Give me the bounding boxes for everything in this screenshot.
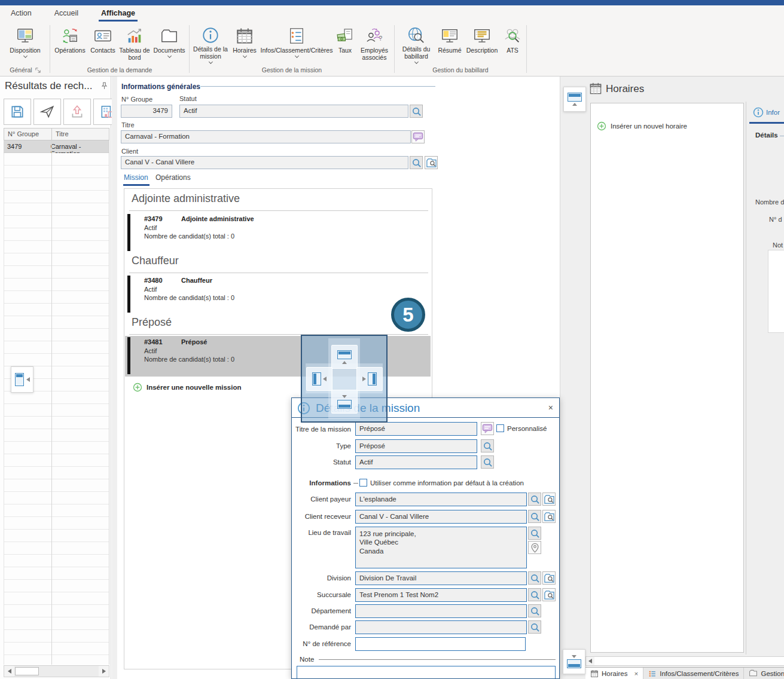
dock-left-edge-target[interactable] [11,366,33,393]
mission-item[interactable]: #3480 Chauffeur Actif Nombre de candidat… [125,274,431,315]
branch-field[interactable]: Test Prenom 1 Test Nom2 [355,588,527,602]
mission-title-field[interactable]: Préposé [355,422,477,436]
group-number-field[interactable]: 3479 [121,105,172,118]
note-field[interactable] [297,666,556,679]
close-icon[interactable]: × [548,403,553,412]
status-lookup-button[interactable] [410,105,423,118]
scroll-right-button[interactable] [99,666,109,677]
note-field[interactable] [768,250,784,333]
close-tab-icon[interactable]: × [634,670,638,677]
rates-button[interactable]: Taux [334,24,356,63]
workplace-map-button[interactable] [528,541,541,554]
client-field[interactable]: Canal V - Canal Villere [121,156,408,169]
division-open-button[interactable] [542,571,556,585]
summary-button[interactable]: Résumé [436,24,463,63]
scrollbar-thumb[interactable] [15,667,39,675]
receiver-lookup-button[interactable] [528,510,541,523]
disposition-button[interactable]: Disposition [2,24,48,63]
dialog-launcher-icon[interactable] [35,68,41,73]
scroll-left-button[interactable] [4,666,14,677]
tab-informations[interactable]: Infor [766,109,780,116]
column-header-group[interactable]: N° Groupe [4,129,52,140]
payer-client-field[interactable]: L'esplanade [355,493,527,506]
ribbon-tab-action[interactable]: Action [8,6,34,22]
tab-horaires[interactable]: Horaires × [585,668,643,679]
description-label: Description [466,47,498,54]
type-field[interactable]: Préposé [355,439,477,453]
search-icon [530,573,540,583]
division-lookup-button[interactable] [528,571,541,585]
dock-bottom-target[interactable] [331,390,358,414]
search-icon [530,494,540,504]
ribbon-tab-accueil[interactable]: Accueil [52,6,81,22]
client-open-button[interactable] [425,156,438,169]
division-field[interactable]: Division De Travail [355,571,527,585]
contacts-button[interactable]: Contacts [88,24,118,63]
description-button[interactable]: Description [463,24,501,63]
infos-criteria-button[interactable]: Infos/Classement/Critères [260,24,334,63]
horizontal-scrollbar[interactable] [4,665,109,677]
department-lookup-button[interactable] [528,604,541,617]
receiver-client-field[interactable]: Canal V - Canal Villere [355,510,527,524]
dock-top-edge-target[interactable] [563,87,586,112]
workplace-field[interactable]: 123 rue principale, Ville Québec Canada [355,527,527,568]
mission-item[interactable]: #3479 Adjointe administrative Actif Nomb… [125,213,431,253]
title-comment-button[interactable] [481,422,494,435]
payer-open-button[interactable] [542,493,556,506]
documents-button[interactable]: Documents [151,24,187,63]
board-details-button[interactable]: Détails du babillard [396,24,436,63]
schedules-button[interactable]: Horaires [230,24,260,63]
payer-lookup-button[interactable] [528,493,541,506]
operations-button[interactable]: Opérations [52,24,88,63]
requested-by-field[interactable] [355,620,527,634]
default-info-checkbox[interactable] [359,479,367,487]
receiver-open-button[interactable] [542,510,556,523]
contacts-label: Contacts [90,47,115,54]
dock-right-target[interactable] [356,367,383,391]
type-lookup-button[interactable] [481,439,494,452]
status-field[interactable]: Actif [355,455,477,469]
insert-schedule-link[interactable]: Insérer un nouvel horaire [597,121,687,131]
mission-status: Actif [144,224,157,231]
title-label: Titre [121,121,135,129]
ats-button[interactable]: ATS [501,24,524,63]
branch-open-button[interactable] [542,588,556,601]
ribbon-tab-affichage[interactable]: Affichage [99,6,138,22]
workplace-lookup-button[interactable] [528,527,541,540]
tab-mission[interactable]: Mission [124,173,148,182]
title-comment-button[interactable] [411,130,425,143]
personalized-checkbox[interactable] [496,424,504,432]
dashboard-button[interactable]: Tableau de bord [118,24,151,63]
client-lookup-button[interactable] [410,156,423,169]
mission-group-heading: Adjointe administrative [132,192,240,205]
globe-search-icon [407,26,425,44]
pin-icon[interactable] [100,82,109,91]
requested-by-lookup-button[interactable] [528,620,541,634]
insert-mission-link[interactable]: Insérer une nouvelle mission [133,383,242,392]
title-field[interactable]: Carnaval - Formation [121,130,411,143]
status-field[interactable]: Actif [179,105,408,118]
department-field[interactable] [355,604,527,618]
tab-gestion[interactable]: Gestion [744,668,784,679]
reference-number-field[interactable] [355,637,526,651]
table-row[interactable]: 3479 Carnaval - Formation [4,140,109,153]
save-button[interactable] [4,99,31,125]
export-button[interactable] [63,99,91,125]
scroll-left-button[interactable] [586,657,594,665]
dock-bottom-edge-target[interactable] [563,649,585,674]
horizontal-scrollbar[interactable] [585,656,784,666]
column-header-title[interactable]: Titre [52,129,72,140]
send-button[interactable] [33,99,61,125]
associated-employees-label: Employés associés [356,47,392,61]
panel-splitter[interactable] [112,77,117,679]
branch-lookup-button[interactable] [528,588,541,601]
associated-employees-button[interactable]: ? Employés associés [356,24,392,63]
status-lookup-button[interactable] [481,455,494,469]
tab-operations[interactable]: Opérations [155,173,191,182]
column-divider[interactable] [51,140,52,665]
mission-details-button[interactable]: Détails de la mission [191,24,230,63]
dock-top-target[interactable] [331,345,358,369]
dock-left-target[interactable] [306,367,332,391]
tab-infos-classement-criteres[interactable]: Infos/Classement/Critères [643,668,744,679]
search-icon [483,441,493,451]
